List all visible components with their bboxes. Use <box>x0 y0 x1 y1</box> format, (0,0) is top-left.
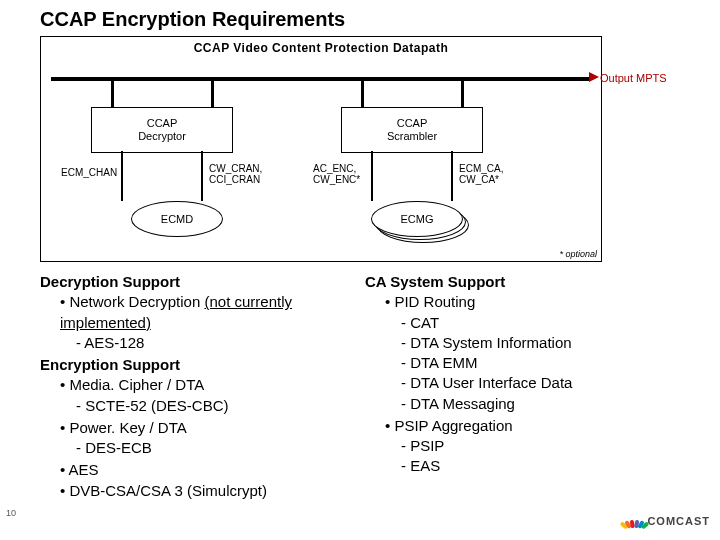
list-item: AES-128 <box>76 333 335 353</box>
connector <box>461 77 464 107</box>
text: PID Routing <box>394 293 475 310</box>
right-column: CA System Support PID Routing CAT DTA Sy… <box>365 272 660 503</box>
list-item: PSIP <box>401 436 660 456</box>
list-item: EAS <box>401 456 660 476</box>
text: PSIP Aggregation <box>394 417 512 434</box>
right-heading-1: CA System Support <box>365 272 660 292</box>
list-item: SCTE-52 (DES-CBC) <box>76 396 335 416</box>
left-column: Decryption Support Network Decryption (n… <box>40 272 335 503</box>
comcast-logo: COMCAST <box>625 512 710 530</box>
list-item: PID Routing CAT DTA System Information D… <box>385 292 660 414</box>
text: Power. Key / DTA <box>69 419 186 436</box>
diagram-header: CCAP Video Content Protection Datapath <box>41 41 601 55</box>
connector <box>201 151 203 201</box>
diagram: CCAP Video Content Protection Datapath C… <box>40 36 602 262</box>
slide: CCAP Encryption Requirements CCAP Video … <box>0 0 720 540</box>
label-ecm-chan: ECM_CHAN <box>61 167 117 178</box>
connector <box>111 77 114 107</box>
output-label: Output MPTS <box>600 72 667 84</box>
list-item: CAT <box>401 313 660 333</box>
connector <box>121 151 123 201</box>
page-title: CCAP Encryption Requirements <box>40 8 345 31</box>
text: Network Decryption <box>69 293 204 310</box>
list-item: DTA Messaging <box>401 394 660 414</box>
list-item: DTA User Interface Data <box>401 373 660 393</box>
list-item: DTA System Information <box>401 333 660 353</box>
content-columns: Decryption Support Network Decryption (n… <box>40 272 660 503</box>
logo-text: COMCAST <box>647 515 710 527</box>
list-item: DTA EMM <box>401 353 660 373</box>
output-arrow-icon <box>589 72 599 82</box>
connector <box>211 77 214 107</box>
list-item: Network Decryption (not currently implem… <box>60 292 335 353</box>
ecmd-ellipse: ECMD <box>131 201 223 237</box>
left-heading-1: Decryption Support <box>40 272 335 292</box>
scrambler-box: CCAP Scrambler <box>341 107 483 153</box>
label-ac-enc: AC_ENC, CW_ENC* <box>313 163 360 185</box>
list-item: DVB-CSA/CSA 3 (Simulcrypt) <box>60 481 335 501</box>
list-item: PSIP Aggregation PSIP EAS <box>385 416 660 477</box>
page-number: 10 <box>6 508 16 518</box>
diagram-footnote: * optional <box>559 249 597 259</box>
label-ecm-ca: ECM_CA, CW_CA* <box>459 163 503 185</box>
list-item: Media. Cipher / DTA SCTE-52 (DES-CBC) <box>60 375 335 416</box>
peacock-icon <box>625 512 643 530</box>
list-item: DES-ECB <box>76 438 335 458</box>
bus-line <box>51 77 591 81</box>
text: Media. Cipher / DTA <box>69 376 204 393</box>
list-item: AES <box>60 460 335 480</box>
list-item: Power. Key / DTA DES-ECB <box>60 418 335 459</box>
connector <box>361 77 364 107</box>
decryptor-box: CCAP Decryptor <box>91 107 233 153</box>
ecmg-ellipse: ECMG <box>371 201 463 237</box>
connector <box>371 151 373 201</box>
left-heading-2: Encryption Support <box>40 355 335 375</box>
connector <box>451 151 453 201</box>
label-cw-cran: CW_CRAN, CCI_CRAN <box>209 163 262 185</box>
